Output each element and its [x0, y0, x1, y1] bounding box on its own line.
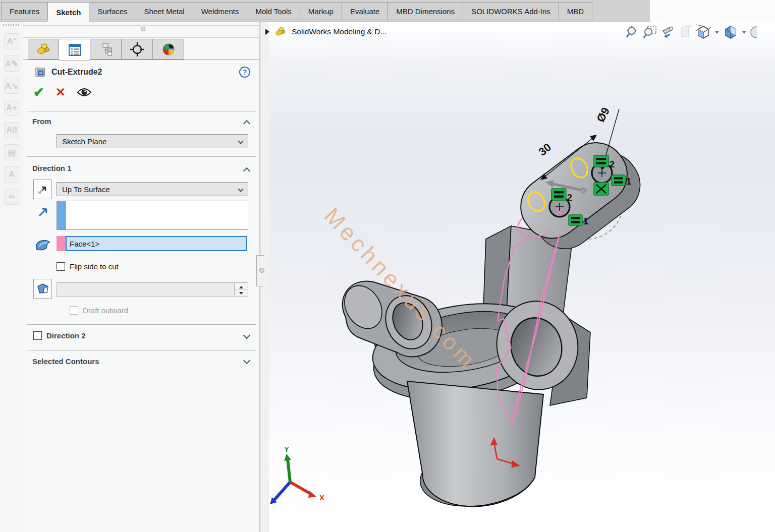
- relation-badge-fixed[interactable]: [594, 183, 608, 195]
- reverse-direction-button[interactable]: [33, 180, 52, 199]
- direction2-checkbox[interactable]: [33, 331, 42, 340]
- feature-manager-tab[interactable]: [28, 39, 59, 60]
- from-section-header[interactable]: From: [32, 117, 51, 126]
- end-condition-dropdown[interactable]: Up To Surface: [57, 182, 248, 196]
- model-cup-cylinder[interactable]: [407, 381, 543, 506]
- flip-side-checkbox[interactable]: [57, 262, 65, 271]
- cancel-button[interactable]: ✕: [56, 86, 66, 98]
- display-style-icon[interactable]: [723, 24, 739, 40]
- ok-button[interactable]: ✔: [33, 86, 44, 99]
- draft-angle-spinner: [234, 283, 247, 295]
- badge-count: 1: [583, 216, 588, 226]
- spinner-up-button[interactable]: [235, 283, 247, 290]
- save-annotation-tool-icon: ▤: [4, 144, 19, 160]
- view-orientation-dropdown-caret[interactable]: [715, 31, 719, 34]
- dimxpert-target-icon: [130, 42, 145, 57]
- from-dropdown-value: Sketch Plane: [62, 137, 106, 146]
- end-condition-value: Up To Surface: [62, 185, 110, 194]
- spinner-down-button[interactable]: [235, 290, 247, 296]
- direction-reference-value: [66, 201, 248, 229]
- section-divider: [27, 156, 256, 157]
- tab-features[interactable]: Features: [1, 2, 48, 20]
- section-divider: [27, 350, 256, 350]
- tab-sheet-metal[interactable]: Sheet Metal: [136, 2, 193, 20]
- configuration-tree-icon: [99, 42, 113, 56]
- help-icon[interactable]: ?: [239, 67, 250, 78]
- zoom-to-area-icon[interactable]: [642, 25, 657, 40]
- draft-button[interactable]: [33, 279, 52, 299]
- tab-mbd[interactable]: MBD: [559, 2, 592, 20]
- tab-evaluate[interactable]: Evaluate: [342, 2, 388, 20]
- toolbar-drag-handle[interactable]: [3, 24, 20, 26]
- collapse-chevron-icon[interactable]: [243, 167, 250, 174]
- draft-outward-label: Draft outward: [83, 306, 128, 315]
- property-manager-tab[interactable]: [59, 39, 90, 61]
- command-manager-tab-bar: Features Sketch Surfaces Sheet Metal Wel…: [0, 0, 775, 22]
- dimxpert-manager-tab[interactable]: [122, 39, 153, 60]
- direction1-section-header[interactable]: Direction 1: [32, 164, 72, 172]
- collapse-chevron-icon[interactable]: [243, 120, 250, 127]
- flyout-expand-arrow-icon[interactable]: [265, 29, 269, 35]
- direction2-section-header[interactable]: Direction 2: [46, 331, 86, 340]
- flip-side-label: Flip side to cut: [70, 262, 119, 271]
- document-breadcrumb[interactable]: SolidWorks Modeling & D...: [292, 27, 386, 36]
- triad-y-label: Y: [284, 445, 289, 453]
- view-orientation-icon[interactable]: [695, 24, 711, 40]
- section-divider: [27, 111, 256, 111]
- badge-count: 2: [610, 159, 615, 169]
- feature-tree-flyout: SolidWorks Modeling & D...: [265, 26, 386, 37]
- graphics-viewport[interactable]: Mechnexus.com 30 Ø9: [260, 22, 775, 532]
- tab-weldments[interactable]: Weldments: [193, 2, 248, 20]
- reverse-direction-icon: [36, 183, 49, 196]
- badge-count: 2: [567, 193, 572, 203]
- configuration-manager-tab[interactable]: [90, 39, 122, 60]
- display-style-dropdown-caret[interactable]: [742, 31, 746, 34]
- expand-chevron-icon[interactable]: [243, 357, 250, 364]
- direction2-row: Direction 2: [33, 331, 86, 340]
- preview-eye-button[interactable]: [77, 87, 92, 97]
- chevron-down-icon: [238, 186, 243, 192]
- from-dropdown[interactable]: Sketch Plane: [57, 134, 248, 148]
- face-selection-field[interactable]: Face<1>: [66, 236, 247, 251]
- tab-solidworks-add-ins[interactable]: SOLIDWORKS Add-Ins: [463, 2, 559, 20]
- previous-view-icon[interactable]: [660, 25, 675, 40]
- tab-sketch[interactable]: Sketch: [48, 2, 89, 22]
- tab-mold-tools[interactable]: Mold Tools: [247, 2, 300, 20]
- selection-color-stripe-blue: [57, 201, 66, 229]
- tab-markup[interactable]: Markup: [300, 2, 342, 20]
- feature-title: Cut-Extrude2: [51, 68, 102, 77]
- direction-reference-icon: [37, 206, 49, 218]
- ribbon-tabs: Features Sketch Surfaces Sheet Metal Wel…: [1, 2, 592, 22]
- panel-viewport-splitter[interactable]: [260, 22, 269, 532]
- draft-outward-checkbox: [70, 306, 78, 315]
- tab-surfaces[interactable]: Surfaces: [89, 2, 136, 20]
- draft-angle-field[interactable]: [57, 282, 248, 297]
- panel-divider-line: [23, 37, 260, 38]
- cut-extrude-feature-icon: [34, 66, 47, 79]
- part-icon: [36, 43, 51, 56]
- annotation-add-tool-icon: A+: [4, 100, 19, 116]
- section-divider: [27, 324, 256, 325]
- left-toolbar: A° A✎ A↘ A+ A8 ▤ A ∞: [0, 22, 23, 532]
- relation-badge-equal-1-lower[interactable]: 1: [569, 215, 588, 226]
- expand-chevron-icon[interactable]: [243, 332, 250, 339]
- clipped-edge-icon[interactable]: [750, 25, 757, 40]
- stamp-annotation-tool-icon: A: [4, 166, 19, 183]
- selected-contours-section-header[interactable]: Selected Contours: [32, 357, 99, 366]
- badge-count: 1: [626, 176, 631, 187]
- splitter-knob[interactable]: [259, 268, 264, 273]
- annotation-group-tool-icon: A8: [4, 122, 19, 138]
- panel-splitter-knob[interactable]: [141, 27, 145, 31]
- relation-badge-equal-1-upper[interactable]: 1: [612, 175, 631, 187]
- toolbar-divider: [1, 203, 22, 203]
- section-view-icon: [678, 25, 693, 40]
- face-select-icon: [34, 238, 51, 252]
- zoom-to-fit-icon[interactable]: [625, 25, 640, 40]
- direction-reference-listbox[interactable]: [57, 201, 248, 230]
- chevron-down-icon: [238, 138, 243, 144]
- draft-angle-icon: [36, 282, 50, 295]
- panel-splitter-line: [23, 25, 260, 26]
- display-manager-tab[interactable]: [153, 39, 184, 60]
- tab-mbd-dimensions[interactable]: MBD Dimensions: [388, 2, 463, 20]
- draft-outward-row: Draft outward: [70, 306, 128, 315]
